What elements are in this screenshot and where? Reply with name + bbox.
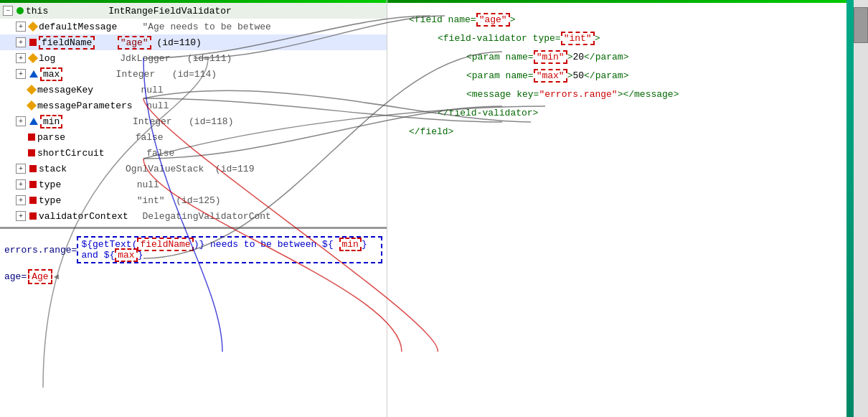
label-stack: stack	[39, 164, 67, 174]
label-parse: parse	[37, 132, 65, 143]
expand-min[interactable]: +	[16, 116, 26, 126]
label-min: min	[40, 115, 62, 128]
value-fieldName: "age" (id=110)	[100, 37, 202, 48]
value-parse: false	[68, 132, 164, 143]
label-fieldName: fieldName	[39, 36, 95, 50]
tree-row-log[interactable]: + log JdkLogger (id=111)	[0, 50, 387, 66]
square-icon-stack	[29, 165, 37, 172]
main-container: − this IntRangeFieldValidator + defaultM…	[0, 0, 868, 417]
square-icon-fieldName	[29, 39, 37, 46]
xml-attr-max-val: "max"	[534, 69, 567, 83]
expand-type2[interactable]: +	[16, 195, 26, 205]
xml-tag-message-open: <message key=	[466, 89, 539, 100]
xml-tag-param-min-close: </param>	[584, 52, 628, 62]
xml-tag-validator-close: >	[595, 33, 600, 44]
errors-range-expr: ${getText(fieldName)} needs to be betwee…	[77, 236, 382, 263]
xml-tag-field-close: >	[510, 14, 516, 25]
xml-attr-message-val: "errors.range"	[539, 89, 617, 100]
expand-type1[interactable]: +	[16, 179, 26, 189]
xml-line-param-min: <param name= "min" > 20 </param>	[466, 49, 854, 65]
xml-tag-param-min-open: <param name=	[466, 52, 534, 62]
expand-max[interactable]: +	[16, 69, 26, 79]
tree-row-defaultMessage[interactable]: + defaultMessage "Age needs to be betwee	[0, 19, 387, 34]
tree-row-shortCircuit[interactable]: shortCircuit false	[0, 145, 387, 161]
square-icon-type1	[29, 181, 37, 188]
label-messageKey: messageKey	[37, 85, 93, 95]
tree-row-type2[interactable]: + type "int" (id=125)	[0, 192, 387, 208]
square-icon-type2	[29, 197, 37, 204]
xml-attr-int-val: "int"	[561, 32, 595, 45]
value-validatorContext: DelegatingValidatorCont	[131, 211, 271, 222]
tree-row-validatorContext[interactable]: + validatorContext DelegatingValidatorCo…	[0, 208, 387, 224]
xml-line-validator-close: </field-validator>	[438, 105, 854, 121]
tree-row-messageKey[interactable]: messageKey null	[0, 82, 387, 98]
diamond-icon-log	[28, 53, 38, 63]
tree-row-max[interactable]: + max Integer (id=114)	[0, 66, 387, 82]
value-shortCircuit: false	[108, 148, 175, 159]
xml-content: <field name= "age" > <field-validator ty…	[387, 3, 868, 139]
xml-text-min: 20	[572, 52, 584, 62]
xml-tag-param-max-open: <param name=	[466, 70, 534, 81]
age-cursor: ◀	[54, 271, 59, 282]
age-value: Age	[28, 269, 52, 284]
value-defaultMessage: "Age needs to be betwee	[120, 22, 271, 32]
tree-row-type1[interactable]: + type null	[0, 177, 387, 192]
diamond-icon-defaultMessage	[28, 22, 38, 32]
label-shortCircuit: shortCircuit	[37, 148, 105, 159]
errors-range-line: errors.range= ${getText(fieldName)} need…	[4, 236, 382, 263]
value-type1: null	[64, 179, 159, 190]
expand-root[interactable]: −	[3, 6, 13, 16]
label-max: max	[40, 67, 62, 81]
age-line: age= Age ◀	[4, 269, 382, 284]
tree-row-stack[interactable]: + stack OgnlValueStack (id=119	[0, 161, 387, 177]
expand-defaultMessage[interactable]: +	[16, 22, 26, 32]
xml-tag-param-max-gt: >	[567, 70, 573, 81]
triangle-icon-max	[29, 70, 38, 78]
xml-tag-param-max-close: </param>	[584, 70, 628, 81]
value-type2: "int" (id=125)	[64, 195, 220, 206]
root-type: IntRangeFieldValidator	[108, 6, 232, 17]
root-label: this	[26, 6, 48, 17]
errors-range-key: errors.range=	[4, 245, 77, 256]
square-icon-shortCircuit	[28, 149, 35, 156]
label-log: log	[39, 53, 55, 64]
age-key: age=	[4, 271, 27, 282]
label-messageParameters: messageParameters	[37, 100, 133, 111]
xml-tag-field-close-tag: </field>	[409, 126, 453, 137]
tree-row-fieldName[interactable]: + fieldName "age" (id=110)	[0, 34, 387, 50]
tree-row-messageParameters[interactable]: messageParameters null	[0, 98, 387, 113]
value-log: JdkLogger (id=111)	[58, 53, 232, 64]
square-icon-validatorContext	[29, 212, 37, 220]
xml-line-message: <message key= "errors.range" ></message>	[466, 86, 854, 102]
tree-row-min[interactable]: + min Integer (id=118)	[0, 113, 387, 129]
label-type2: type	[39, 195, 61, 206]
xml-attr-age-val: "age"	[476, 13, 510, 27]
vertical-scrollbar[interactable]	[854, 0, 868, 417]
value-min: Integer (id=118)	[65, 116, 233, 127]
value-max: Integer (id=114)	[65, 69, 217, 80]
xml-tag-validator-open: <field-validator type=	[438, 33, 561, 44]
diamond-icon-messageKey	[27, 85, 37, 95]
xml-text-max: 50	[572, 70, 584, 81]
xml-tag-message-close: ></message>	[618, 89, 679, 100]
square-icon-parse	[28, 133, 35, 141]
expand-validatorContext[interactable]: +	[16, 211, 26, 221]
xml-attr-min-val: "min"	[534, 50, 567, 64]
right-edge-decoration	[846, 0, 854, 417]
triangle-icon-min	[29, 118, 38, 125]
expand-log[interactable]: +	[16, 53, 26, 63]
xml-line-field: <field name= "age" >	[409, 11, 854, 27]
xml-line-validator: <field-validator type= "int" >	[438, 30, 854, 46]
scrollbar-thumb[interactable]	[854, 7, 868, 43]
xml-tag-field-open: <field name=	[409, 14, 476, 25]
label-validatorContext: validatorContext	[39, 211, 128, 222]
label-type1: type	[39, 179, 61, 190]
xml-tag-param-min-gt: >	[567, 52, 573, 62]
root-icon	[16, 7, 24, 14]
expand-stack[interactable]: +	[16, 164, 26, 174]
tree-row-parse[interactable]: parse false	[0, 129, 387, 145]
expand-fieldName[interactable]: +	[16, 37, 26, 47]
xml-line-param-max: <param name= "max" > 50 </param>	[466, 67, 854, 83]
tree-root-row[interactable]: − this IntRangeFieldValidator	[0, 3, 387, 19]
xml-line-field-close: </field>	[409, 123, 854, 139]
